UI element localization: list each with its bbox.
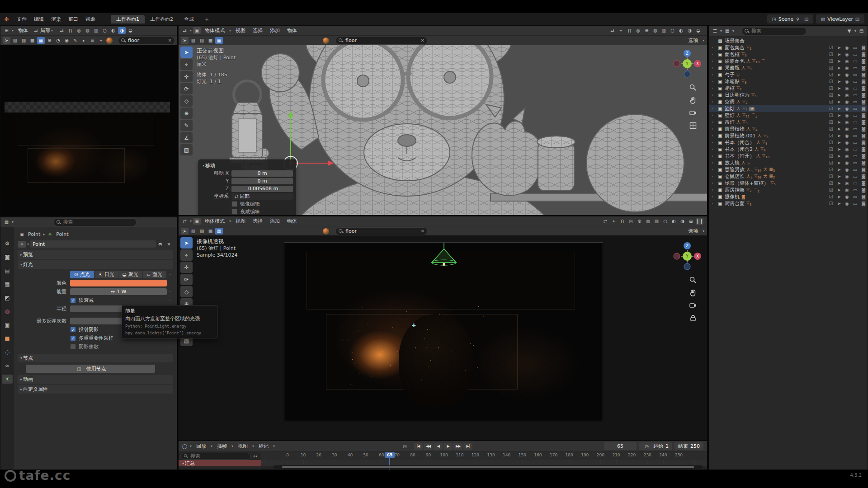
jump-start-icon[interactable]: |◀: [414, 443, 423, 450]
timeline-scrollbar[interactable]: [274, 465, 703, 469]
fake-user-icon[interactable]: ◓: [156, 241, 164, 248]
expand-icon[interactable]: ›: [712, 73, 717, 77]
select-new-icon[interactable]: ▨: [20, 37, 28, 44]
selectable-icon[interactable]: ➤: [837, 93, 841, 98]
panel-nodes[interactable]: ▾节点: [18, 354, 173, 362]
tab-scene[interactable]: ◩: [2, 293, 13, 302]
checkbox-icon[interactable]: ☑: [829, 99, 833, 104]
material-preview-ball[interactable]: [323, 38, 329, 44]
scrollbar-thumb[interactable]: [282, 466, 694, 468]
bottom-view-canvas[interactable]: ➤⌖✛⟳◇⊕✎∡▧ 摄像机透视 (65) 油灯 | Point Sample 3…: [179, 235, 707, 440]
disable-render-icon[interactable]: ◙: [861, 59, 866, 64]
outliner-item[interactable]: ›▣面包框▽3☑➤◉▭◙: [709, 51, 868, 58]
expand-icon[interactable]: ›: [712, 174, 717, 178]
outliner-item[interactable]: ›▣厨房挂架▽2⌒2☑➤◉▭◙: [709, 187, 868, 193]
select-box-icon[interactable]: ▧: [11, 37, 19, 44]
pivot-point-icon[interactable]: ⌖: [617, 27, 625, 34]
xray-icon[interactable]: ▥: [660, 27, 668, 34]
hide-eye-icon[interactable]: ◉: [845, 59, 849, 64]
light-type-日光[interactable]: ☀日光: [94, 271, 119, 278]
editor-type-icon[interactable]: ⊞: [3, 27, 10, 34]
snap-magnet-icon[interactable]: U: [618, 218, 626, 225]
move-y-field[interactable]: 0 m: [231, 178, 293, 184]
expand-icon[interactable]: ›: [712, 86, 717, 90]
expand-icon[interactable]: ›: [712, 59, 717, 63]
disable-viewport-icon[interactable]: ▭: [853, 140, 857, 145]
zoom-icon[interactable]: [689, 84, 697, 92]
move-x-field[interactable]: 0 m: [231, 170, 293, 177]
disable-viewport-icon[interactable]: ▭: [853, 167, 857, 172]
hide-eye-icon[interactable]: ◉: [845, 188, 849, 192]
tool-annotate[interactable]: ✎: [180, 120, 193, 131]
outliner-item[interactable]: ›▣果酱瓶人▽5☑➤◉▭◙: [709, 65, 868, 71]
orientation-dropdown[interactable]: ⇄ 局部: [231, 193, 293, 200]
expand-icon[interactable]: ›: [712, 202, 717, 206]
overlay-b-icon[interactable]: ◉: [63, 37, 71, 44]
mask-icon[interactable]: ≡: [89, 37, 96, 44]
pivot-point-icon[interactable]: ⌖: [610, 218, 618, 225]
tool-add-cube[interactable]: ▧: [180, 144, 193, 155]
lock-icon[interactable]: [689, 314, 697, 322]
checkbox-icon[interactable]: ☑: [829, 154, 833, 159]
tool-scale[interactable]: ◇: [180, 95, 193, 107]
disable-viewport-icon[interactable]: ▭: [853, 86, 857, 91]
selectable-icon[interactable]: ➤: [837, 188, 841, 192]
viewlayer-selector[interactable]: ▧ ViewLayer ▤: [816, 14, 864, 23]
checkbox-icon[interactable]: ☑: [829, 113, 833, 118]
gizmo-icon[interactable]: ⊕: [46, 37, 53, 44]
shading-wireframe-icon[interactable]: ○: [101, 27, 108, 34]
tool-select[interactable]: ➤: [180, 47, 193, 58]
outliner-item[interactable]: ›▣摄像机◙☑➤◉▭◙: [709, 193, 868, 200]
disable-render-icon[interactable]: ◙: [861, 93, 866, 98]
tool-transform[interactable]: ⊕: [180, 108, 193, 119]
tab-collection[interactable]: ▣: [2, 320, 13, 329]
editor-type-icon[interactable]: ⇄: [181, 27, 189, 34]
disable-render-icon[interactable]: ◙: [861, 66, 866, 70]
camera-view-icon[interactable]: [689, 301, 697, 310]
disable-viewport-icon[interactable]: ▭: [853, 194, 857, 199]
mode-selector[interactable]: 物体模式: [201, 27, 228, 34]
disable-viewport-icon[interactable]: ▭: [853, 147, 857, 152]
move-operator-panel[interactable]: ▾ 移动 移动 X 0 m Y 0 m Z -0.005608 m 坐标系 ⇄ …: [198, 160, 296, 215]
editor-type-icon[interactable]: ☰: [711, 28, 719, 34]
outliner-item[interactable]: ›▣仓鼠店长人3▽68大▦2☑➤◉▭◙: [709, 173, 868, 180]
disable-viewport-icon[interactable]: ▭: [853, 133, 857, 138]
viewport-menu[interactable]: 视图: [232, 218, 249, 225]
expand-icon[interactable]: ›: [712, 46, 717, 50]
navigation-gizmo[interactable]: Z X Y: [673, 242, 702, 271]
new-viewlayer-icon[interactable]: ▤: [854, 16, 861, 23]
cast-shadow-checkbox[interactable]: ✓: [70, 327, 76, 333]
viewport-menu[interactable]: 添加: [266, 27, 283, 34]
pin-icon[interactable]: ⚲: [794, 16, 802, 23]
checkbox-icon[interactable]: ☑: [829, 140, 833, 145]
panel-light[interactable]: ▾灯光: [18, 260, 173, 269]
hide-eye-icon[interactable]: ◉: [845, 127, 849, 131]
transform-orientation-icon[interactable]: ⇄: [58, 27, 66, 34]
shading-rendered-icon[interactable]: ◒: [127, 27, 134, 34]
viewport-menu[interactable]: 选择: [249, 27, 266, 34]
disable-viewport-icon[interactable]: ▭: [853, 127, 857, 131]
selectable-icon[interactable]: ➤: [837, 106, 841, 111]
tool-rotate[interactable]: ⟳: [180, 83, 193, 94]
toggle-grid-icon[interactable]: [689, 122, 697, 130]
hide-eye-icon[interactable]: ◉: [845, 140, 849, 145]
disable-render-icon[interactable]: ◙: [861, 113, 866, 118]
checkbox-icon[interactable]: ☑: [829, 120, 833, 125]
checkbox-icon[interactable]: ☑: [829, 174, 833, 179]
disable-render-icon[interactable]: ◙: [861, 174, 866, 179]
selectable-icon[interactable]: ➤: [837, 160, 841, 165]
expand-icon[interactable]: ›: [712, 80, 717, 84]
disable-viewport-icon[interactable]: ▭: [853, 72, 857, 77]
outliner-search[interactable]: 搜索: [741, 27, 807, 35]
expand-icon[interactable]: ›: [712, 141, 717, 145]
material-preview-ball[interactable]: [106, 38, 113, 44]
tool-cursor[interactable]: ⌖: [180, 59, 193, 70]
hide-eye-icon[interactable]: ◉: [845, 120, 849, 125]
object-menu[interactable]: 物体: [14, 27, 32, 34]
clear-search-icon[interactable]: ✕: [421, 229, 425, 234]
disable-viewport-icon[interactable]: ▭: [853, 52, 857, 57]
panel-preview[interactable]: ▸预览: [18, 250, 173, 259]
disable-viewport-icon[interactable]: ▭: [853, 174, 857, 179]
overlay-a-icon[interactable]: ◔: [54, 37, 62, 44]
outliner-item[interactable]: ›▣空调人▽2☑➤◉▭◙: [709, 99, 868, 105]
